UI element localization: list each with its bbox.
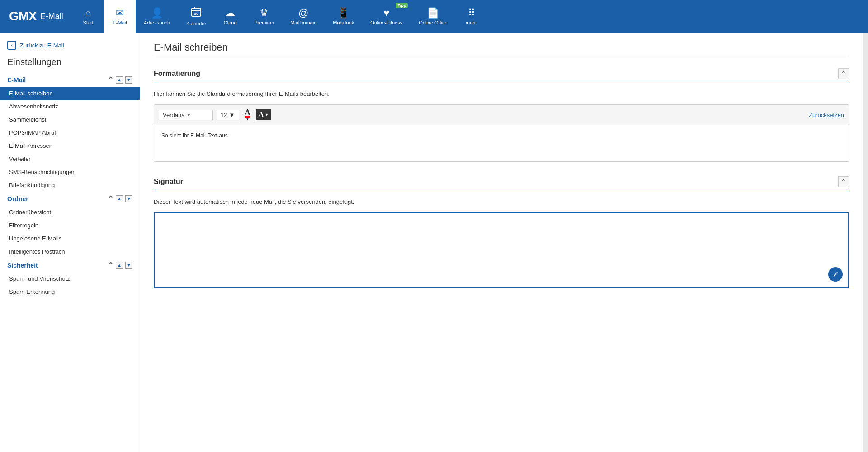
main-content: E-Mail schreiben Formatierung ⌃ Hier kön… [140,33,863,452]
nav-label-start: Start [83,20,93,25]
back-to-email-link[interactable]: ‹ Zurück zu E-Mail [0,37,140,53]
sidebar-title: Einstellungen [0,53,140,73]
kalender-icon: 20 [191,6,202,20]
nav-item-email[interactable]: ✉ E-Mail [104,0,136,33]
sidebar-item-spam-erkennung[interactable]: Spam-Erkennung [0,285,140,298]
mehr-icon: ⠿ [468,7,475,19]
back-link-label: Zurück zu E-Mail [20,42,64,49]
tipp-badge: Tipp [396,3,408,8]
nav-label-maildomain: MailDomain [290,20,316,25]
page-title: E-Mail schreiben [154,42,849,53]
signature-textarea[interactable] [155,213,848,286]
email-icon: ✉ [116,7,124,19]
sidebar-section-sicherheit[interactable]: Sicherheit ⌃ ▲ ▼ [0,258,140,272]
cloud-icon: ☁ [225,7,235,19]
signatur-description: Dieser Text wird automatisch in jede neu… [154,198,849,205]
nav-label-online-office: Online Office [419,20,447,25]
signature-box[interactable]: ✓ [154,212,849,288]
nav-item-mobilfunk[interactable]: 📱 Mobilfunk [325,0,362,33]
nav-item-maildomain[interactable]: @ MailDomain [282,0,325,33]
scrollbar[interactable] [863,33,868,452]
sidebar-section-email-label: E-Mail [7,76,26,84]
toolbar-row: Verdana ▼ 12 ▼ A ▼ A ▼ Zurück [154,105,849,125]
gmx-logo-text: GMX [9,9,37,24]
nav-label-mobilfunk: Mobilfunk [333,20,354,25]
font-family-arrow-icon: ▼ [186,113,191,118]
back-arrow-icon: ‹ [7,41,16,50]
scroll-down-btn-email[interactable]: ▼ [125,76,132,84]
font-color-button[interactable]: A ▼ [243,108,252,122]
nav-item-premium[interactable]: ♛ Premium [246,0,282,33]
online-fitness-icon: ♥ [383,7,389,19]
collapse-icon-ordner: ⌃ [108,194,113,203]
scroll-down-btn-sicherheit[interactable]: ▼ [125,262,132,269]
collapse-icon-email: ⌃ [108,75,113,84]
top-nav: GMX E-Mail ⌂ Start ✉ E-Mail 👤 Adressbuch… [0,0,868,33]
title-divider [154,57,849,57]
font-size-select[interactable]: 12 ▼ [217,110,239,120]
sidebar-item-filterregeln[interactable]: Filterregeln [0,219,140,232]
formatierung-title: Formatierung [154,70,200,78]
nav-item-online-fitness[interactable]: Tipp ♥ Online-Fitness [362,0,410,33]
logo[interactable]: GMX E-Mail [0,0,72,33]
sidebar-item-spam-virenschutz[interactable]: Spam- und Virenschutz [0,272,140,285]
sidebar-item-sammeldienst[interactable]: Sammeldienst [0,113,140,126]
collapse-icon-sicherheit: ⌃ [108,261,113,269]
sidebar-item-briefankuendigung[interactable]: Briefankündigung [0,179,140,192]
svg-text:20: 20 [194,12,198,16]
nav-item-cloud[interactable]: ☁ Cloud [214,0,246,33]
scroll-up-btn-email[interactable]: ▲ [116,76,123,84]
font-color-arrow-icon: ▼ [245,117,250,121]
preview-text: So sieht Ihr E-Mail-Text aus. [161,132,229,139]
font-highlight-letter-icon: A [259,111,264,119]
formatierung-section-header: Formatierung ⌃ [154,65,849,83]
scroll-down-btn-ordner[interactable]: ▼ [125,195,132,202]
nav-item-start[interactable]: ⌂ Start [72,0,104,33]
maildomain-icon: @ [298,7,308,19]
font-highlight-button[interactable]: A ▼ [256,109,271,120]
reset-link[interactable]: Zurücksetzen [809,112,844,118]
formatierung-description: Hier können Sie die Standardformatierung… [154,90,849,97]
font-family-select[interactable]: Verdana ▼ [159,110,213,120]
svg-rect-1 [192,10,201,11]
adressbuch-icon: 👤 [151,7,163,19]
sidebar-section-sicherheit-label: Sicherheit [7,262,38,269]
nav-label-premium: Premium [254,20,274,25]
font-size-value: 12 [221,112,227,118]
nav-item-kalender[interactable]: 20 Kalender [178,0,214,33]
font-highlight-arrow-icon: ▼ [265,113,269,117]
nav-item-online-office[interactable]: 📄 Online Office [410,0,455,33]
nav-item-adressbuch[interactable]: 👤 Adressbuch [136,0,178,33]
font-color-letter-icon: A [245,108,250,117]
font-size-arrow-icon: ▼ [229,112,235,118]
sidebar-item-pop3-imap[interactable]: POP3/IMAP Abruf [0,126,140,139]
checkmark-icon: ✓ [832,269,839,279]
main-layout: ‹ Zurück zu E-Mail Einstellungen E-Mail … [0,33,868,452]
nav-item-mehr[interactable]: ⠿ mehr [456,0,487,33]
nav-label-email: E-Mail [113,20,127,25]
sidebar: ‹ Zurück zu E-Mail Einstellungen E-Mail … [0,33,140,452]
format-toolbar: Verdana ▼ 12 ▼ A ▼ A ▼ Zurück [154,104,849,162]
font-family-value: Verdana [163,112,184,118]
signatur-collapse-btn[interactable]: ⌃ [838,176,849,187]
scroll-up-btn-ordner[interactable]: ▲ [116,195,123,202]
sidebar-section-ordner[interactable]: Ordner ⌃ ▲ ▼ [0,192,140,206]
nav-label-kalender: Kalender [186,21,206,26]
signatur-section-header: Signatur ⌃ [154,173,849,191]
sidebar-item-intelligentes-postfach[interactable]: Intelligentes Postfach [0,245,140,258]
nav-label-cloud: Cloud [224,20,237,25]
signatur-section: Signatur ⌃ Dieser Text wird automatisch … [154,173,849,288]
sidebar-item-email-schreiben[interactable]: E-Mail schreiben [0,87,140,100]
sidebar-item-abwesenheitsnotiz[interactable]: Abwesenheitsnotiz [0,100,140,113]
sidebar-section-email[interactable]: E-Mail ⌃ ▲ ▼ [0,73,140,87]
sidebar-section-ordner-label: Ordner [7,195,28,202]
sidebar-item-ordneruebersicht[interactable]: Ordnerübersicht [0,206,140,219]
sidebar-item-sms-benachrichtigungen[interactable]: SMS-Benachrichtigungen [0,165,140,179]
sidebar-item-ungelesene-emails[interactable]: Ungelesene E-Mails [0,232,140,245]
signature-check-button[interactable]: ✓ [828,267,843,282]
sidebar-item-email-adressen[interactable]: E-Mail-Adressen [0,139,140,152]
scroll-up-btn-sicherheit[interactable]: ▲ [116,262,123,269]
formatierung-collapse-btn[interactable]: ⌃ [838,68,849,79]
sidebar-item-verteiler[interactable]: Verteiler [0,152,140,165]
formatierung-section: Formatierung ⌃ Hier können Sie die Stand… [154,65,849,162]
